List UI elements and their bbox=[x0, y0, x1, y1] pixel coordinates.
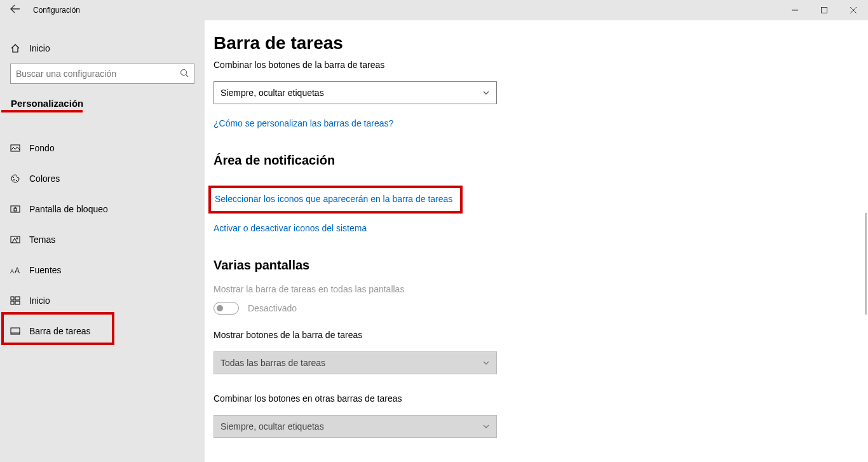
help-link[interactable]: ¿Cómo se personalizan las barras de tare… bbox=[214, 118, 393, 128]
picture-icon bbox=[10, 143, 29, 153]
system-icons-link[interactable]: Activar o desactivar iconos del sistema bbox=[214, 223, 367, 233]
nav-start[interactable]: Inicio bbox=[0, 285, 205, 316]
lockscreen-icon bbox=[10, 204, 29, 214]
arrow-left-icon bbox=[10, 4, 20, 14]
page-title: Barra de tareas bbox=[214, 33, 863, 53]
fonts-icon: AA bbox=[10, 265, 29, 275]
svg-rect-7 bbox=[14, 208, 17, 211]
toggle-knob bbox=[217, 305, 223, 311]
nav-label: Fuentes bbox=[29, 265, 62, 275]
sidebar: Inicio Personalización Fondo bbox=[0, 20, 205, 462]
show-buttons-label: Mostrar botones de la barra de tareas bbox=[214, 330, 863, 340]
annotation-underline bbox=[1, 110, 83, 112]
nav-taskbar[interactable]: Barra de tareas bbox=[0, 316, 205, 346]
home-icon bbox=[10, 43, 29, 53]
maximize-button[interactable] bbox=[810, 0, 839, 20]
nav-fonts[interactable]: AA Fuentes bbox=[0, 255, 205, 285]
nav-home[interactable]: Inicio bbox=[0, 33, 205, 64]
svg-point-4 bbox=[13, 179, 15, 180]
svg-rect-15 bbox=[15, 301, 20, 304]
start-icon bbox=[10, 296, 29, 306]
svg-point-1 bbox=[181, 69, 187, 75]
chevron-down-icon bbox=[482, 359, 490, 367]
combine-other-dropdown: Siempre, ocultar etiquetas bbox=[214, 415, 497, 438]
multiple-displays-title: Varias pantallas bbox=[214, 258, 863, 273]
themes-icon bbox=[10, 234, 29, 245]
nav-label: Temas bbox=[29, 234, 55, 245]
content: Barra de tareas Combinar los botones de … bbox=[205, 20, 863, 462]
back-button[interactable] bbox=[0, 4, 31, 17]
dropdown-value: Siempre, ocultar etiquetas bbox=[220, 88, 324, 98]
nav-lockscreen[interactable]: Pantalla de bloqueo bbox=[0, 194, 205, 224]
window-controls bbox=[780, 0, 868, 20]
nav-background[interactable]: Fondo bbox=[0, 133, 205, 163]
combine-label: Combinar los botones de la barra de tare… bbox=[214, 60, 863, 70]
combine-other-label: Combinar los botones en otras barras de … bbox=[214, 393, 863, 404]
show-buttons-dropdown: Todas las barras de tareas bbox=[214, 351, 497, 374]
svg-point-9 bbox=[17, 238, 18, 239]
select-icons-link[interactable]: Seleccionar los iconos que aparecerán en… bbox=[215, 194, 452, 204]
minimize-button[interactable] bbox=[780, 0, 810, 20]
dropdown-value: Todas las barras de tareas bbox=[220, 358, 325, 368]
search-icon bbox=[180, 69, 189, 79]
show-taskbar-label: Mostrar la barra de tareas en todas las … bbox=[214, 284, 863, 294]
svg-text:A: A bbox=[15, 266, 20, 275]
scrollbar-thumb[interactable] bbox=[865, 213, 867, 315]
close-button[interactable] bbox=[839, 0, 868, 20]
category-title: Personalización bbox=[1, 98, 205, 109]
combine-dropdown[interactable]: Siempre, ocultar etiquetas bbox=[214, 81, 497, 104]
nav-label: Pantalla de bloqueo bbox=[29, 204, 108, 214]
show-taskbar-toggle bbox=[214, 302, 239, 315]
nav-label: Colores bbox=[29, 173, 60, 184]
window-title: Configuración bbox=[31, 6, 780, 15]
svg-rect-14 bbox=[11, 301, 14, 304]
search-box[interactable] bbox=[10, 64, 194, 84]
chevron-down-icon bbox=[482, 89, 490, 97]
titlebar: Configuración bbox=[0, 0, 868, 20]
nav-label: Inicio bbox=[29, 296, 50, 306]
nav-label: Fondo bbox=[29, 143, 55, 153]
taskbar-icon bbox=[10, 326, 29, 336]
svg-text:A: A bbox=[10, 268, 14, 275]
nav-colors[interactable]: Colores bbox=[0, 163, 205, 194]
palette-icon bbox=[10, 173, 29, 184]
nav-home-label: Inicio bbox=[29, 43, 50, 53]
search-input[interactable] bbox=[16, 69, 180, 79]
toggle-state: Desactivado bbox=[248, 303, 297, 313]
svg-rect-12 bbox=[11, 297, 14, 300]
annotation-box: Seleccionar los iconos que aparecerán en… bbox=[208, 186, 463, 214]
svg-point-5 bbox=[16, 180, 17, 181]
svg-point-3 bbox=[13, 177, 14, 178]
nav-label: Barra de tareas bbox=[29, 326, 91, 336]
notification-area-title: Área de notificación bbox=[214, 153, 863, 168]
svg-rect-0 bbox=[822, 8, 827, 13]
chevron-down-icon bbox=[482, 423, 490, 430]
dropdown-value: Siempre, ocultar etiquetas bbox=[220, 421, 324, 431]
nav-themes[interactable]: Temas bbox=[0, 224, 205, 255]
svg-rect-13 bbox=[15, 297, 20, 300]
